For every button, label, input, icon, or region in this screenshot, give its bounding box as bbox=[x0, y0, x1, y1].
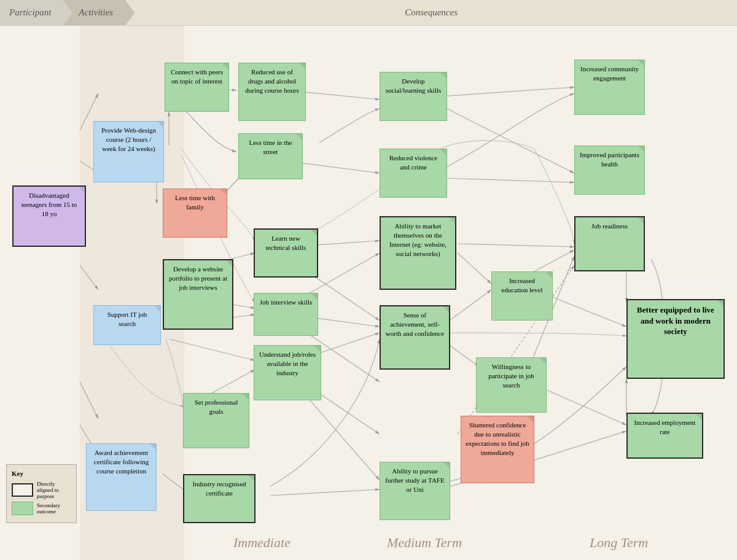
medium-term-label: Medium Term bbox=[387, 535, 462, 551]
header-participant: Participant bbox=[0, 0, 63, 25]
key-swatch-primary bbox=[12, 483, 33, 497]
award-cert-card: Award achievement certificate following … bbox=[86, 443, 157, 511]
key-box: Key Directly aligned to purpose Secondar… bbox=[6, 464, 77, 523]
diagram-area: Disadvantaged teenagers from 15 to 18 yo… bbox=[0, 26, 737, 560]
support-it-card: Support IT job search bbox=[93, 305, 161, 345]
long-term-label: Long Term bbox=[590, 535, 648, 551]
participant-label: Participant bbox=[9, 7, 51, 18]
industry-cert-card: Industry recognised certificate bbox=[183, 474, 255, 523]
svg-line-29 bbox=[441, 106, 574, 173]
provide-web-card: Provide Web-design course (2 hours / wee… bbox=[93, 121, 164, 182]
svg-line-4 bbox=[80, 265, 98, 290]
svg-line-28 bbox=[441, 87, 574, 96]
ability-study-card: Ability to pursue further study at TAFE … bbox=[380, 462, 450, 520]
header-consequences: Consequences bbox=[125, 0, 737, 25]
svg-line-32 bbox=[458, 253, 491, 284]
reduced-drugs-card: Reduced use of drugs and alcohol during … bbox=[238, 63, 306, 121]
set-goals-card: Set professional goals bbox=[183, 393, 249, 448]
job-readiness-card: Job readiness bbox=[574, 216, 645, 271]
key-item-primary: Directly aligned to purpose bbox=[12, 481, 71, 499]
svg-line-27 bbox=[270, 489, 380, 496]
key-swatch-secondary bbox=[12, 502, 33, 515]
immediate-label: Immediate bbox=[233, 535, 291, 551]
ability-market-card: Ability to market themselves on the Inte… bbox=[380, 216, 456, 290]
reduced-violence-card: Reduced violence and crime bbox=[380, 149, 447, 198]
key-label-secondary: Secondary outcome bbox=[37, 502, 71, 515]
svg-line-31 bbox=[458, 244, 574, 247]
increased-community-card: Increased community engagement bbox=[574, 60, 645, 115]
willingness-card: Willingness to participate in job search bbox=[476, 357, 547, 413]
key-label-primary: Directly aligned to purpose bbox=[37, 481, 71, 499]
understand-jobs-card: Understand job/roles available in the in… bbox=[254, 345, 321, 400]
less-time-street-card: Less time in the street bbox=[238, 133, 303, 179]
key-title: Key bbox=[12, 470, 71, 477]
learn-technical-card: Learn new technical skills bbox=[254, 228, 318, 278]
improved-health-card: Improved participants health bbox=[574, 146, 645, 195]
increased-education-card: Increased education level bbox=[491, 271, 553, 321]
shattered-confidence-card: Shattered confidence due to unrealistic … bbox=[461, 416, 534, 483]
better-equipped-card: Better equipped to live and work in mode… bbox=[626, 299, 725, 379]
svg-line-14 bbox=[169, 339, 255, 360]
key-item-secondary: Secondary outcome bbox=[12, 502, 71, 515]
sense-achievement-card: Sense of achievement, self-worth and con… bbox=[380, 305, 450, 370]
develop-social-card: Develop social/learning skills bbox=[380, 72, 447, 121]
develop-website-card: Develop a website portfolio to present a… bbox=[163, 259, 233, 330]
consequences-label: Consequences bbox=[405, 7, 458, 18]
participant-card: Disadvantaged teenagers from 15 to 18 yo bbox=[12, 185, 86, 247]
activities-label: Activities bbox=[79, 7, 113, 18]
svg-line-5 bbox=[80, 382, 98, 419]
svg-line-30 bbox=[441, 178, 574, 182]
connect-peers-card: Connect with peers on topic of interest bbox=[165, 63, 229, 112]
header: Participant Activities Consequences bbox=[0, 0, 737, 26]
svg-line-33 bbox=[534, 250, 574, 271]
header-activities: Activities bbox=[63, 0, 125, 25]
job-interview-card: Job interview skills bbox=[254, 293, 318, 336]
increased-employment-card: Increased employment rate bbox=[626, 413, 703, 459]
less-time-family-card: Less time with family bbox=[163, 189, 227, 238]
